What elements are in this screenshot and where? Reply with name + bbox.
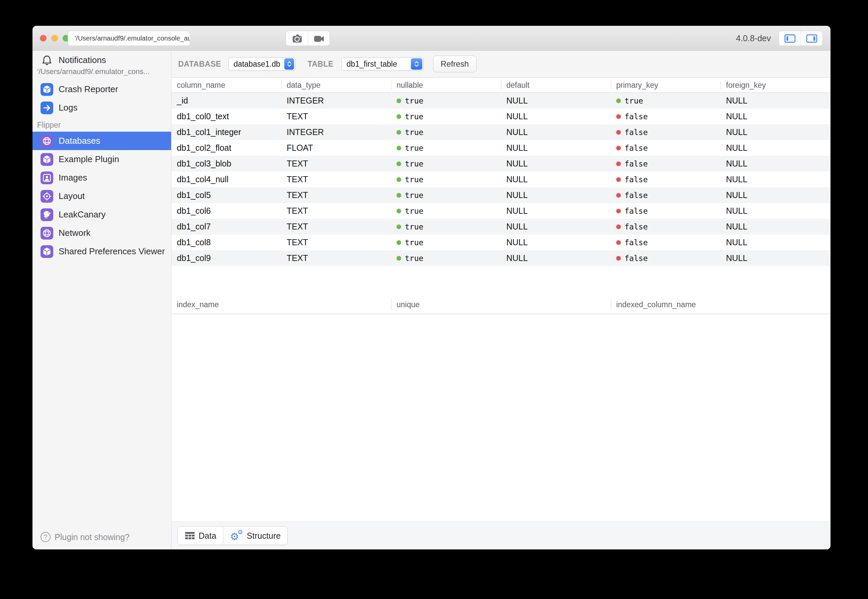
- true-dot-icon: [396, 114, 401, 119]
- cell-foreign_key: NULL: [721, 93, 830, 108]
- table-select[interactable]: db1_first_table: [342, 57, 423, 71]
- true-dot-icon: [396, 209, 401, 214]
- column-header-nullable[interactable]: nullable: [391, 78, 501, 92]
- cell-default: NULL: [501, 235, 611, 250]
- structure-row[interactable]: db1_col9TEXTtrueNULLfalseNULL: [171, 250, 830, 266]
- structure-tab-button[interactable]: ⚙ ⚙ Structure: [223, 527, 287, 545]
- sidebar: Notifications '/Users/arnaudf9/.emulator…: [33, 51, 171, 549]
- column-header-index-name[interactable]: index_name: [171, 295, 391, 313]
- index-table-header: index_name unique indexed_column_name: [171, 295, 830, 314]
- cell-column_name: _id: [171, 93, 281, 108]
- structure-row[interactable]: db1_col6TEXTtrueNULLfalseNULL: [171, 203, 830, 219]
- true-dot-icon: [616, 98, 621, 103]
- cell-nullable: true: [391, 203, 501, 219]
- minimize-window-button[interactable]: [51, 35, 58, 42]
- sidebar-item-crash-reporter[interactable]: Crash Reporter: [33, 80, 171, 98]
- sidebar-item-logs[interactable]: Logs: [33, 98, 171, 117]
- data-tab-button[interactable]: Data: [178, 527, 223, 545]
- database-select[interactable]: database1.db: [228, 57, 295, 71]
- cell-data_type: TEXT: [281, 108, 391, 124]
- structure-row[interactable]: db1_col8TEXTtrueNULLfalseNULL: [171, 235, 830, 250]
- structure-row[interactable]: db1_col0_textTEXTtrueNULLfalseNULL: [171, 108, 830, 124]
- camera-icon: [291, 33, 303, 45]
- column-header-default[interactable]: default: [501, 78, 611, 92]
- cell-default: NULL: [501, 187, 611, 203]
- sidebar-item-notifications[interactable]: Notifications: [33, 53, 171, 67]
- gears-icon: ⚙ ⚙: [230, 529, 243, 542]
- cell-data_type: TEXT: [281, 156, 391, 172]
- cell-column_name: db1_col5: [171, 187, 281, 203]
- cube-icon: [41, 153, 53, 166]
- cell-data_type: TEXT: [281, 203, 391, 219]
- cell-nullable: true: [391, 156, 501, 172]
- column-header-data-type[interactable]: data_type: [281, 78, 391, 92]
- sidebar-section-label: Flipper: [33, 117, 171, 132]
- column-header-foreign-key[interactable]: foreign_key: [721, 78, 830, 92]
- cell-nullable: true: [391, 108, 501, 124]
- sidebar-item-images[interactable]: Images: [33, 169, 171, 187]
- toggle-right-sidebar-button[interactable]: [801, 31, 823, 45]
- screen-record-button[interactable]: [308, 31, 329, 45]
- refresh-button[interactable]: Refresh: [433, 56, 476, 72]
- portrait-icon: [41, 172, 53, 184]
- column-header-indexed-column-name[interactable]: indexed_column_name: [611, 295, 830, 313]
- structure-row[interactable]: db1_col1_integerINTEGERtrueNULLfalseNULL: [171, 124, 830, 140]
- sidebar-item-label: Shared Preferences Viewer: [59, 246, 165, 257]
- sidebar-item-network[interactable]: Network: [33, 224, 171, 242]
- false-dot-icon: [616, 224, 621, 229]
- structure-row[interactable]: db1_col7TEXTtrueNULLfalseNULL: [171, 219, 830, 235]
- cell-nullable: true: [391, 172, 501, 187]
- column-header-column-name[interactable]: column_name: [171, 78, 281, 92]
- cell-column_name: db1_col2_float: [171, 140, 281, 156]
- true-dot-icon: [396, 98, 401, 103]
- table-gap: [171, 266, 830, 295]
- toggle-left-sidebar-button[interactable]: [779, 31, 801, 45]
- structure-row[interactable]: db1_col5TEXTtrueNULLfalseNULL: [171, 187, 830, 203]
- structure-table-body: _idINTEGERtrueNULLtrueNULLdb1_col0_textT…: [171, 93, 830, 266]
- close-window-button[interactable]: [40, 35, 47, 42]
- sidebar-toggle-group: [779, 31, 823, 46]
- cell-default: NULL: [501, 172, 611, 187]
- cell-nullable: true: [391, 235, 501, 250]
- plugin-not-showing-link[interactable]: ? Plugin not showing?: [41, 532, 129, 542]
- structure-row[interactable]: _idINTEGERtrueNULLtrueNULL: [171, 93, 830, 108]
- sidebar-item-label: Images: [59, 173, 87, 183]
- screenshot-button[interactable]: [286, 31, 308, 45]
- sidebar-item-layout[interactable]: Layout: [33, 187, 171, 205]
- arrow-right-icon: [41, 101, 53, 114]
- cell-foreign_key: NULL: [721, 172, 830, 187]
- cell-data_type: TEXT: [281, 235, 391, 250]
- cell-nullable: true: [391, 124, 501, 140]
- cell-primary_key: false: [611, 140, 721, 156]
- structure-row[interactable]: db1_col3_blobTEXTtrueNULLfalseNULL: [171, 156, 830, 172]
- cell-foreign_key: NULL: [721, 219, 830, 235]
- sidebar-item-example-plugin[interactable]: Example Plugin: [33, 150, 171, 169]
- cell-foreign_key: NULL: [721, 187, 830, 203]
- true-dot-icon: [396, 240, 401, 245]
- cell-nullable: true: [391, 250, 501, 266]
- false-dot-icon: [616, 193, 621, 198]
- cell-nullable: true: [391, 140, 501, 156]
- sidebar-item-shared-preferences-viewer[interactable]: Shared Preferences Viewer: [33, 242, 171, 260]
- cell-primary_key: false: [611, 124, 721, 140]
- column-header-unique[interactable]: unique: [391, 295, 611, 313]
- sidebar-item-leakcanary[interactable]: LeakCanary: [33, 205, 171, 224]
- device-selector-value: '/Users/arnaudf9/.emulator_console_auth_…: [75, 35, 190, 42]
- structure-row[interactable]: db1_col2_floatFLOATtrueNULLfalseNULL: [171, 140, 830, 156]
- app-version: 4.0.8-dev: [736, 26, 771, 51]
- cell-foreign_key: NULL: [721, 203, 830, 219]
- device-path-label: '/Users/arnaudf9/.emulator_cons...: [33, 67, 171, 77]
- false-dot-icon: [616, 177, 621, 182]
- cell-default: NULL: [501, 219, 611, 235]
- column-header-primary-key[interactable]: primary_key: [611, 78, 721, 92]
- device-selector[interactable]: '/Users/arnaudf9/.emulator_console_auth_…: [68, 31, 190, 46]
- sidebar-item-label: Network: [59, 228, 90, 238]
- sidebar-item-databases[interactable]: Databases: [33, 132, 171, 150]
- sidebar-item-label: Example Plugin: [59, 154, 119, 164]
- cell-foreign_key: NULL: [721, 235, 830, 250]
- cell-default: NULL: [501, 203, 611, 219]
- cell-data_type: FLOAT: [281, 140, 391, 156]
- structure-row[interactable]: db1_col4_nullTEXTtrueNULLfalseNULL: [171, 172, 830, 187]
- cell-primary_key: false: [611, 250, 721, 266]
- true-dot-icon: [396, 193, 401, 198]
